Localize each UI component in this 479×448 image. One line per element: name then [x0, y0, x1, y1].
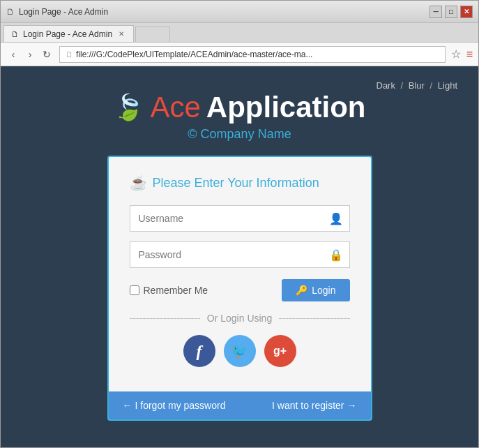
- google-icon: g+: [273, 345, 287, 357]
- password-group: 🔒: [130, 241, 350, 268]
- company-name: © Company Name: [188, 127, 291, 142]
- key-icon: 🔑: [296, 285, 307, 296]
- tab-bar: 🗋 Login Page - Ace Admin ✕: [1, 23, 478, 43]
- close-button[interactable]: ✕: [460, 6, 473, 18]
- left-divider-line: [130, 318, 200, 319]
- facebook-icon: f: [197, 342, 202, 361]
- facebook-button[interactable]: f: [183, 335, 215, 367]
- remember-login-row: Remember Me 🔑 Login: [130, 279, 350, 301]
- tab-icon: 🗋: [11, 30, 19, 38]
- address-bar: ‹ › ↻ 🗋 file:///G:/CodePlex/UITemplate/A…: [1, 43, 478, 66]
- minimize-button[interactable]: ─: [429, 6, 442, 18]
- card-title: ☕ Please Enter Your Information: [130, 174, 350, 191]
- theme-sep-1: /: [401, 80, 406, 91]
- username-input[interactable]: [130, 205, 350, 232]
- window-title: Login Page - Ace Admin: [19, 7, 108, 17]
- right-divider-line: [279, 318, 349, 319]
- bookmark-button[interactable]: ☆: [451, 47, 461, 61]
- new-tab-area: [135, 27, 170, 42]
- login-card: ☕ Please Enter Your Information 👤 🔒 Reme…: [107, 156, 372, 421]
- tab-close-button[interactable]: ✕: [116, 29, 126, 39]
- register-arrow-icon: →: [347, 400, 357, 411]
- or-divider: Or Login Using: [130, 313, 350, 324]
- social-buttons: f 🐦 g+: [130, 335, 350, 367]
- back-button[interactable]: ‹: [6, 47, 20, 61]
- twitter-icon: 🐦: [231, 343, 248, 359]
- login-label: Login: [312, 285, 335, 296]
- password-input[interactable]: [130, 241, 350, 268]
- lock-icon: 🔒: [329, 248, 343, 262]
- active-tab[interactable]: 🗋 Login Page - Ace Admin ✕: [3, 25, 134, 42]
- theme-links: Dark / Blur / Light: [377, 80, 458, 91]
- page-icon: 🗋: [6, 7, 15, 17]
- card-footer: ← I forgot my password I want to registe…: [109, 391, 371, 419]
- blur-theme-link[interactable]: Blur: [409, 80, 425, 91]
- url-file-icon: 🗋: [66, 50, 73, 59]
- forgot-password-text: I forgot my password: [135, 400, 226, 411]
- maximize-button[interactable]: □: [445, 6, 457, 18]
- twitter-button[interactable]: 🐦: [224, 335, 256, 367]
- browser-menu-button[interactable]: ≡: [466, 48, 473, 61]
- dark-theme-link[interactable]: Dark: [377, 80, 395, 91]
- nav-buttons: ‹ › ↻: [6, 47, 54, 61]
- coffee-icon: ☕: [130, 174, 147, 191]
- url-bar[interactable]: 🗋 file:///G:/CodePlex/UITemplate/ACEAdmi…: [59, 46, 446, 63]
- forgot-arrow-icon: ←: [123, 400, 132, 411]
- browser-window: 🗋 Login Page - Ace Admin ─ □ ✕ 🗋 Login P…: [0, 0, 479, 448]
- user-icon: 👤: [329, 212, 343, 225]
- page-content: Dark / Blur / Light 🍃 Ace Application © …: [1, 66, 478, 447]
- register-text: I want to register: [272, 400, 344, 411]
- window-controls: ─ □ ✕: [429, 6, 473, 18]
- google-button[interactable]: g+: [264, 335, 296, 367]
- forgot-password-link[interactable]: ← I forgot my password: [123, 400, 226, 411]
- card-title-text: Please Enter Your Information: [153, 176, 319, 191]
- light-theme-link[interactable]: Light: [438, 80, 457, 91]
- username-group: 👤: [130, 205, 350, 232]
- remember-me-text: Remember Me: [144, 285, 208, 296]
- remember-me-label[interactable]: Remember Me: [130, 285, 208, 296]
- leaf-icon: 🍃: [113, 93, 144, 122]
- ace-label: Ace: [150, 91, 200, 124]
- register-link[interactable]: I want to register →: [272, 400, 357, 411]
- card-body: ☕ Please Enter Your Information 👤 🔒 Reme…: [109, 157, 371, 391]
- login-button[interactable]: 🔑 Login: [282, 279, 349, 301]
- title-bar: 🗋 Login Page - Ace Admin ─ □ ✕: [1, 1, 478, 23]
- theme-sep-2: /: [430, 80, 435, 91]
- application-label: Application: [206, 91, 366, 124]
- app-title: 🍃 Ace Application: [113, 91, 365, 124]
- refresh-button[interactable]: ↻: [40, 47, 54, 61]
- forward-button[interactable]: ›: [23, 47, 37, 61]
- url-text: file:///G:/CodePlex/UITemplate/ACEAdmin/…: [76, 50, 312, 59]
- remember-checkbox[interactable]: [130, 285, 139, 295]
- or-text: Or Login Using: [207, 313, 272, 324]
- tab-label: Login Page - Ace Admin: [23, 29, 112, 39]
